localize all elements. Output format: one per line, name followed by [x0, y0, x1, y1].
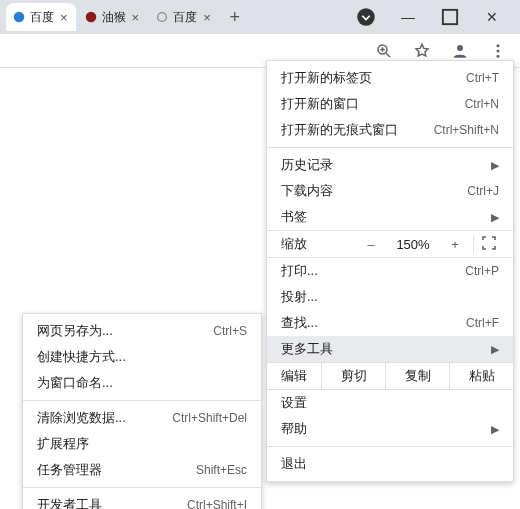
chevron-right-icon: ▶	[491, 343, 499, 356]
submenu-clear-data[interactable]: 清除浏览数据... Ctrl+Shift+Del	[23, 405, 261, 431]
zoom-indicator-icon[interactable]	[372, 39, 396, 63]
menu-history[interactable]: 历史记录 ▶	[267, 152, 513, 178]
tab-close-icon[interactable]: ×	[58, 10, 70, 25]
svg-point-0	[14, 12, 25, 23]
svg-point-9	[457, 45, 463, 51]
svg-rect-4	[443, 10, 457, 24]
menu-new-incognito[interactable]: 打开新的无痕式窗口 Ctrl+Shift+N	[267, 117, 513, 143]
menu-help[interactable]: 帮助 ▶	[267, 416, 513, 442]
submenu-save-as[interactable]: 网页另存为... Ctrl+S	[23, 318, 261, 344]
submenu-extensions[interactable]: 扩展程序	[23, 431, 261, 457]
close-window-button[interactable]: ✕	[482, 7, 502, 27]
browser-main-menu: 打开新的标签页 Ctrl+T 打开新的窗口 Ctrl+N 打开新的无痕式窗口 C…	[266, 60, 514, 482]
maximize-button[interactable]	[440, 7, 460, 27]
svg-line-6	[386, 53, 390, 57]
tab-title: 百度	[30, 9, 54, 26]
favicon-icon	[12, 10, 26, 24]
menu-edit-row: 编辑 剪切 复制 粘贴	[267, 362, 513, 390]
favicon-icon	[84, 10, 98, 24]
zoom-label: 缩放	[281, 235, 307, 253]
menu-new-window[interactable]: 打开新的窗口 Ctrl+N	[267, 91, 513, 117]
menu-exit[interactable]: 退出	[267, 451, 513, 477]
star-icon[interactable]	[410, 39, 434, 63]
zoom-out-button[interactable]: –	[355, 237, 387, 252]
minimize-button[interactable]: —	[398, 7, 418, 27]
tab-bar: 百度 × 油猴 × 百度 × + — ✕	[0, 0, 520, 34]
menu-cast[interactable]: 投射...	[267, 284, 513, 310]
menu-bookmarks[interactable]: 书签 ▶	[267, 204, 513, 230]
favicon-icon	[155, 10, 169, 24]
tab-title: 油猴	[102, 9, 126, 26]
edit-label: 编辑	[267, 367, 321, 385]
zoom-value: 150%	[387, 237, 439, 252]
zoom-in-button[interactable]: +	[439, 237, 471, 252]
profile-icon[interactable]	[448, 39, 472, 63]
tab-title: 百度	[173, 9, 197, 26]
chevron-down-icon[interactable]	[356, 7, 376, 27]
fullscreen-button[interactable]	[473, 236, 503, 253]
tab-close-icon[interactable]: ×	[201, 10, 213, 25]
browser-tab[interactable]: 百度 ×	[149, 3, 219, 31]
menu-zoom-row: 缩放 – 150% +	[267, 230, 513, 258]
menu-find[interactable]: 查找... Ctrl+F	[267, 310, 513, 336]
menu-new-tab[interactable]: 打开新的标签页 Ctrl+T	[267, 65, 513, 91]
submenu-create-shortcut[interactable]: 创建快捷方式...	[23, 344, 261, 370]
chevron-right-icon: ▶	[491, 423, 499, 436]
submenu-name-window[interactable]: 为窗口命名...	[23, 370, 261, 396]
svg-point-12	[497, 54, 500, 57]
browser-tab[interactable]: 百度 ×	[6, 3, 76, 31]
cut-button[interactable]: 剪切	[321, 363, 385, 389]
menu-more-tools[interactable]: 更多工具 ▶	[267, 336, 513, 362]
paste-button[interactable]: 粘贴	[449, 363, 513, 389]
svg-point-1	[85, 12, 96, 23]
browser-tab[interactable]: 油猴 ×	[78, 3, 148, 31]
window-controls: — ✕	[356, 7, 520, 27]
svg-point-10	[497, 44, 500, 47]
menu-print[interactable]: 打印... Ctrl+P	[267, 258, 513, 284]
svg-point-2	[158, 13, 167, 22]
submenu-dev-tools[interactable]: 开发者工具 Ctrl+Shift+I	[23, 492, 261, 509]
tab-close-icon[interactable]: ×	[130, 10, 142, 25]
chevron-right-icon: ▶	[491, 159, 499, 172]
more-tools-submenu: 网页另存为... Ctrl+S 创建快捷方式... 为窗口命名... 清除浏览数…	[22, 313, 262, 509]
chevron-right-icon: ▶	[491, 211, 499, 224]
svg-point-3	[357, 8, 375, 26]
new-tab-button[interactable]: +	[221, 3, 249, 31]
submenu-task-manager[interactable]: 任务管理器 Shift+Esc	[23, 457, 261, 483]
svg-point-11	[497, 49, 500, 52]
menu-icon[interactable]	[486, 39, 510, 63]
copy-button[interactable]: 复制	[385, 363, 449, 389]
menu-downloads[interactable]: 下载内容 Ctrl+J	[267, 178, 513, 204]
menu-settings[interactable]: 设置	[267, 390, 513, 416]
